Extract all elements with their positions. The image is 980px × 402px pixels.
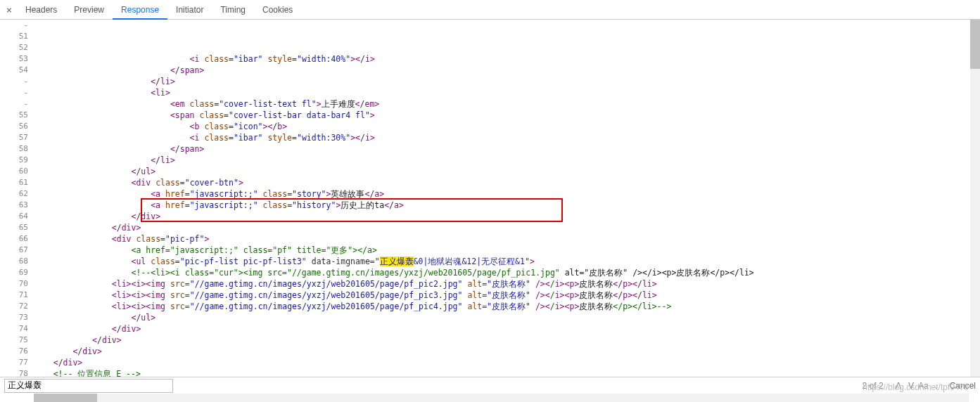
tab-headers[interactable]: Headers	[17, 0, 65, 20]
horizontal-scrollbar[interactable]	[34, 394, 969, 402]
source-code[interactable]: <i class="ibar" style="width:40%"></i> <…	[34, 20, 980, 377]
tab-preview[interactable]: Preview	[65, 0, 113, 20]
tab-response[interactable]: Response	[113, 0, 167, 20]
scrollbar-thumb[interactable]	[970, 20, 980, 69]
close-icon[interactable]: ×	[1, 4, 17, 15]
regex-toggle[interactable]: .	[930, 381, 943, 391]
search-input[interactable]	[4, 379, 173, 393]
response-body: -51525354---5556575859606162636465666768…	[0, 20, 980, 377]
search-cancel-button[interactable]: Cancel	[950, 381, 976, 391]
tab-cookies[interactable]: Cookies	[254, 0, 301, 20]
tab-initiator[interactable]: Initiator	[167, 0, 212, 20]
match-case-toggle[interactable]: Aa	[917, 381, 930, 391]
line-gutter: -51525354---5556575859606162636465666768…	[0, 20, 34, 377]
search-result-count: 2 of 2	[863, 381, 884, 391]
search-bar: 2 of 2 ᐱ ᐯ Aa . Cancel	[0, 377, 980, 394]
scrollbar-thumb[interactable]	[34, 394, 97, 402]
search-prev-icon[interactable]: ᐱ	[892, 381, 905, 391]
vertical-scrollbar[interactable]	[970, 20, 980, 377]
search-next-icon[interactable]: ᐯ	[905, 381, 917, 391]
tab-timing[interactable]: Timing	[212, 0, 254, 20]
devtools-tabs: × Headers Preview Response Initiator Tim…	[0, 0, 980, 20]
